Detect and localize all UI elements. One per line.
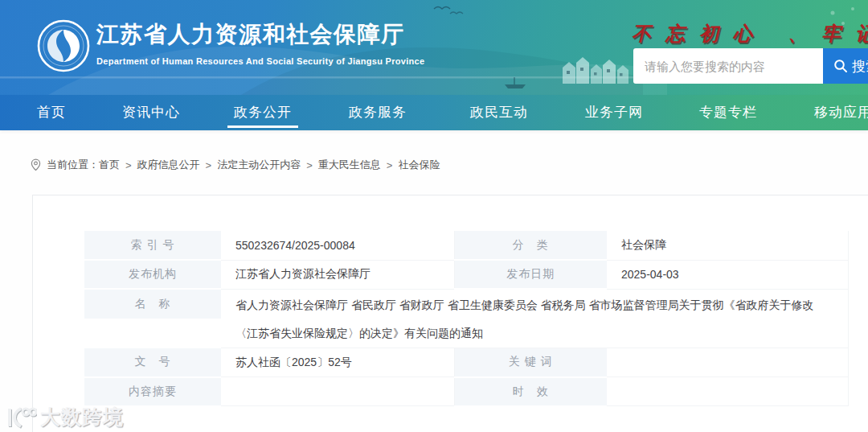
site-title-block: 江苏省人力资源和社会保障厅 Department of Human Resour… <box>96 21 424 66</box>
breadcrumb-separator: > <box>306 159 313 171</box>
site-header: 江苏省人力资源和社会保障厅 Department of Human Resour… <box>0 0 868 95</box>
category-value: 社会保障 <box>607 231 848 260</box>
summary-value <box>221 377 454 406</box>
breadcrumb-separator: > <box>206 159 212 171</box>
index-number-label: 索 引 号 <box>84 231 221 260</box>
nav-item-mobile[interactable]: 移动应用 <box>814 95 868 130</box>
table-row: 索 引 号 550232674/2025-00084 分 类 社会保障 <box>84 231 848 260</box>
validity-value <box>607 377 848 406</box>
breadcrumb-item-statutory-disclosure[interactable]: 法定主动公开内容 <box>217 158 301 172</box>
nav-item-subsites[interactable]: 业务子网 <box>585 95 643 130</box>
table-row: 发布机构 江苏省人力资源社会保障厅 发布日期 2025-04-03 <box>84 260 848 289</box>
breadcrumb-prefix: 当前位置： <box>47 158 99 172</box>
document-card: 索 引 号 550232674/2025-00084 分 类 社会保障 发布机构… <box>32 195 868 432</box>
site-subtitle-en: Department of Human Resources And Social… <box>96 56 424 66</box>
table-row: 内容摘要 时 效 <box>84 377 848 406</box>
search-button-label: 搜索 <box>852 57 868 76</box>
pub-date-value: 2025-04-03 <box>607 260 848 289</box>
validity-label: 时 效 <box>454 377 607 406</box>
keywords-label: 关 键 词 <box>454 348 607 377</box>
keywords-value <box>607 348 848 377</box>
breadcrumb-item-livelihood-info[interactable]: 重大民生信息 <box>318 158 381 172</box>
breadcrumb-item-gov-info[interactable]: 政府信息公开 <box>137 158 200 172</box>
doc-name-value: 省人力资源社会保障厅 省民政厅 省财政厅 省卫生健康委员会 省税务局 省市场监督… <box>221 289 848 348</box>
breadcrumb: 当前位置： 首页 > 政府信息公开 > 法定主动公开内容 > 重大民生信息 > … <box>31 158 440 172</box>
nav-item-topics[interactable]: 专题专栏 <box>699 95 757 130</box>
category-label: 分 类 <box>454 231 607 260</box>
document-meta-table: 索 引 号 550232674/2025-00084 分 类 社会保障 发布机构… <box>84 231 849 407</box>
slogan-calligraphy: 不忘初心 、牢记使命 <box>632 21 868 47</box>
location-pin-icon <box>31 158 41 171</box>
summary-label: 内容摘要 <box>84 377 221 406</box>
issuer-label: 发布机构 <box>84 260 221 289</box>
nav-item-interaction[interactable]: 政民互动 <box>470 95 528 130</box>
doc-number-label: 文 号 <box>84 348 221 377</box>
index-number-value: 550232674/2025-00084 <box>221 231 454 260</box>
site-title: 江苏省人力资源和社会保障厅 <box>96 21 424 48</box>
breadcrumb-item-social-insurance[interactable]: 社会保险 <box>398 158 440 172</box>
doc-number-value: 苏人社函〔2025〕52号 <box>221 348 454 377</box>
nav-item-gov-info[interactable]: 政务公开 <box>234 95 292 130</box>
search-icon <box>833 59 848 73</box>
search-button[interactable]: 搜索 <box>823 48 868 84</box>
breadcrumb-separator: > <box>387 159 393 171</box>
nav-item-home[interactable]: 首页 <box>37 95 66 130</box>
main-nav: 首页 资讯中心 政务公开 政务服务 政民互动 业务子网 专题专栏 移动应用 <box>0 95 868 130</box>
doc-name-label: 名 称 <box>84 289 221 348</box>
nav-item-gov-service[interactable]: 政务服务 <box>349 95 407 130</box>
issuer-value: 江苏省人力资源社会保障厅 <box>221 260 454 289</box>
table-row: 名 称 省人力资源社会保障厅 省民政厅 省财政厅 省卫生健康委员会 省税务局 省… <box>84 289 848 348</box>
nav-item-news[interactable]: 资讯中心 <box>122 95 180 130</box>
pub-date-label: 发布日期 <box>454 260 607 289</box>
breadcrumb-item-home[interactable]: 首页 <box>99 158 120 172</box>
table-row: 文 号 苏人社函〔2025〕52号 关 键 词 <box>84 348 848 377</box>
breadcrumb-separator: > <box>125 159 132 171</box>
agency-logo[interactable] <box>35 18 92 74</box>
page: { "header": { "title": "江苏省人力资源和社会保障厅", … <box>0 0 868 432</box>
search-input[interactable] <box>633 48 823 84</box>
